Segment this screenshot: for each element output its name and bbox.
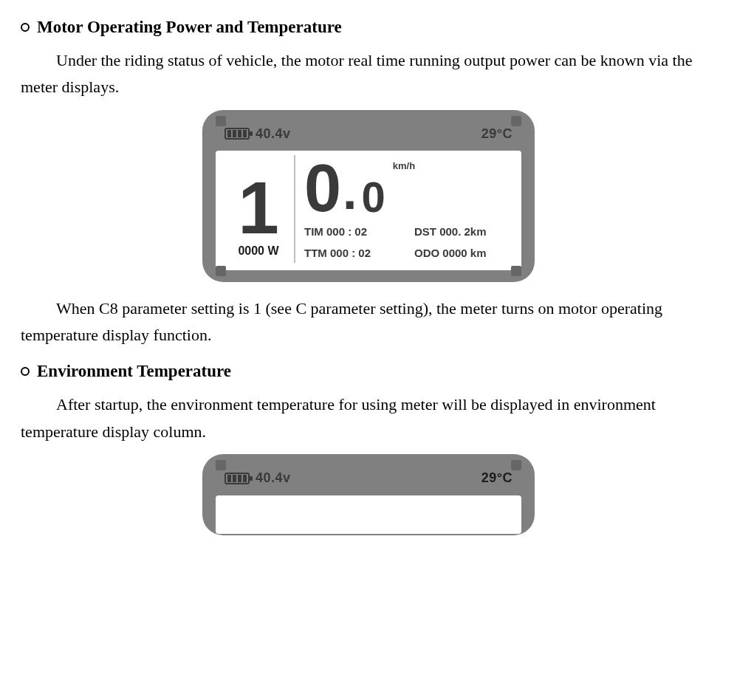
paragraph: When C8 parameter setting is 1 (see C pa… xyxy=(21,295,716,349)
screw-icon xyxy=(216,266,226,276)
speed-readout: 0 . 0 km/h xyxy=(304,155,514,222)
speed-minor: 0 xyxy=(362,176,385,219)
ttm-readout: TTM 000 : 02 xyxy=(304,244,404,263)
paragraph: Under the riding status of vehicle, the … xyxy=(21,47,716,101)
trip-info-grid: TIM 000 : 02 DST 000. 2km TTM 000 : 02 O… xyxy=(304,223,514,263)
speed-major: 0 xyxy=(304,155,338,222)
meter-figure: 40.4v 29°C xyxy=(21,454,716,535)
section-heading-row: Environment Temperature xyxy=(21,357,716,385)
section-heading-row: Motor Operating Power and Temperature xyxy=(21,13,716,41)
section-title: Environment Temperature xyxy=(37,357,231,385)
dst-readout: DST 000. 2km xyxy=(414,223,514,241)
meter-device: 40.4v 29°C xyxy=(202,454,535,535)
screw-icon xyxy=(216,116,226,126)
meter-figure: 40.4v 29°C 1 0000 W 0 . 0 km/h xyxy=(21,110,716,282)
meter-left-column: 1 0000 W xyxy=(223,155,294,263)
screw-icon xyxy=(511,266,521,276)
battery-icon xyxy=(224,473,250,484)
power-readout: 0000 W xyxy=(238,241,278,261)
battery-voltage: 40.4v xyxy=(256,467,291,490)
screw-icon xyxy=(511,460,521,470)
temperature-readout: 29°C xyxy=(481,123,513,145)
pas-level: 1 xyxy=(238,171,279,244)
screw-icon xyxy=(216,460,226,470)
section-title: Motor Operating Power and Temperature xyxy=(37,13,342,41)
meter-left-column xyxy=(223,500,294,501)
screw-icon xyxy=(511,116,521,126)
temperature-readout: 29°C xyxy=(481,467,513,490)
meter-status-bar: 40.4v 29°C xyxy=(216,464,521,495)
battery-status: 40.4v xyxy=(224,123,291,145)
speed-unit: km/h xyxy=(393,161,415,171)
battery-status: 40.4v xyxy=(224,467,291,490)
bullet-icon xyxy=(21,23,30,32)
paragraph: After startup, the environment temperatu… xyxy=(21,391,716,445)
meter-device: 40.4v 29°C 1 0000 W 0 . 0 km/h xyxy=(202,110,535,282)
bullet-icon xyxy=(21,367,30,376)
speed-dot: . xyxy=(343,165,357,217)
meter-main-display xyxy=(216,495,521,534)
battery-voltage: 40.4v xyxy=(256,123,291,145)
meter-right-column: 0 . 0 km/h TIM 000 : 02 DST 000. 2km TTM… xyxy=(294,155,514,263)
battery-icon xyxy=(224,128,250,140)
tim-readout: TIM 000 : 02 xyxy=(304,223,404,241)
odo-readout: ODO 0000 km xyxy=(414,244,514,263)
document-page: Motor Operating Power and Temperature Un… xyxy=(0,0,737,535)
meter-status-bar: 40.4v 29°C xyxy=(216,120,521,151)
meter-main-display: 1 0000 W 0 . 0 km/h TIM 000 : 02 DST 000… xyxy=(216,151,521,270)
